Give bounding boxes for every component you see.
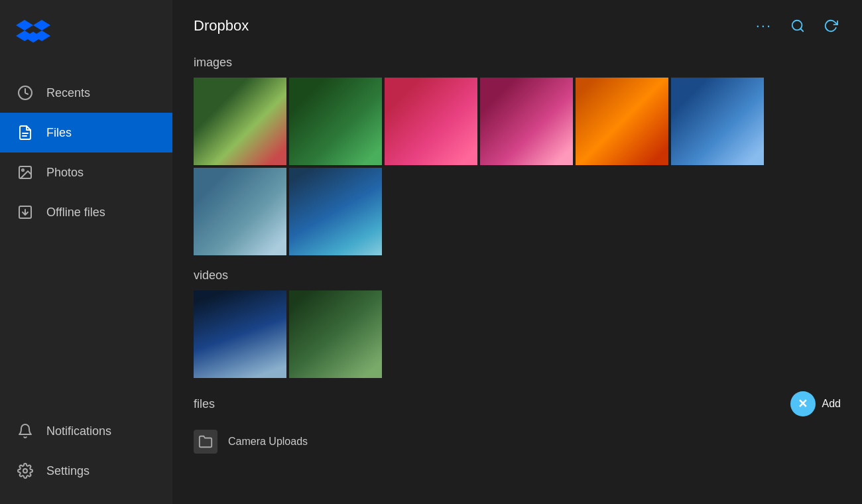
image-thumb[interactable]: [671, 78, 764, 165]
images-grid: [194, 78, 841, 255]
add-button[interactable]: ✕ Add: [790, 391, 841, 416]
svg-marker-1: [33, 20, 50, 31]
photo-icon: [16, 163, 34, 182]
file-item-label: Camera Uploads: [228, 436, 308, 448]
gear-icon: [16, 462, 34, 480]
videos-grid: [194, 290, 841, 378]
image-thumb[interactable]: [576, 78, 668, 165]
video-thumb[interactable]: [289, 290, 382, 378]
sidebar-nav: Recents Files P: [0, 66, 172, 411]
sidebar-item-recents[interactable]: Recents: [0, 73, 172, 113]
sidebar-item-label-settings: Settings: [46, 464, 90, 478]
more-button[interactable]: ···: [753, 15, 774, 37]
dropbox-logo-icon: [16, 19, 50, 48]
image-thumb[interactable]: [194, 168, 286, 255]
more-icon: ···: [756, 17, 772, 34]
clock-icon: [16, 84, 34, 102]
videos-section-title: videos: [194, 269, 841, 283]
image-thumb[interactable]: [385, 78, 477, 165]
search-button[interactable]: [788, 16, 808, 36]
image-thumb[interactable]: [480, 78, 573, 165]
add-button-label: Add: [822, 398, 841, 410]
page-title: Dropbox: [194, 17, 249, 34]
svg-point-10: [22, 169, 24, 171]
sidebar-item-label-files: Files: [46, 126, 72, 140]
folder-icon: [194, 430, 217, 454]
sidebar-item-label-photos: Photos: [46, 166, 84, 180]
search-icon: [790, 19, 805, 33]
image-thumb[interactable]: [289, 78, 382, 165]
refresh-button[interactable]: [821, 16, 841, 36]
download-icon: [16, 203, 34, 221]
video-thumb[interactable]: [194, 290, 286, 378]
logo-area: [0, 0, 172, 66]
files-section-title: files: [194, 397, 215, 411]
sidebar-item-label-notifications: Notifications: [46, 424, 111, 438]
main-content: Dropbox ··· images: [172, 0, 862, 504]
refresh-icon: [824, 19, 838, 33]
file-icon: [16, 123, 34, 142]
header: Dropbox ···: [172, 0, 862, 44]
sidebar-item-offline[interactable]: Offline files: [0, 192, 172, 232]
sidebar-bottom: Notifications Settings: [0, 411, 172, 504]
add-icon: ✕: [790, 391, 816, 416]
sidebar-item-files[interactable]: Files: [0, 113, 172, 153]
bell-icon: [16, 422, 34, 440]
file-list-item[interactable]: Camera Uploads: [194, 424, 841, 459]
sidebar-item-photos[interactable]: Photos: [0, 153, 172, 192]
sidebar: Recents Files P: [0, 0, 172, 504]
svg-point-13: [23, 469, 27, 473]
image-thumb[interactable]: [289, 168, 382, 255]
svg-marker-0: [16, 20, 33, 31]
sidebar-item-label-recents: Recents: [46, 86, 90, 100]
main-sections: images videos files ✕: [172, 44, 862, 472]
sidebar-item-label-offline: Offline files: [46, 206, 105, 220]
images-section-title: images: [194, 56, 841, 70]
sidebar-item-settings[interactable]: Settings: [0, 451, 172, 491]
image-thumb[interactable]: [194, 78, 286, 165]
files-section-header: files ✕ Add: [194, 391, 841, 416]
header-actions: ···: [753, 15, 841, 37]
sidebar-item-notifications[interactable]: Notifications: [0, 411, 172, 451]
svg-line-15: [800, 29, 803, 31]
